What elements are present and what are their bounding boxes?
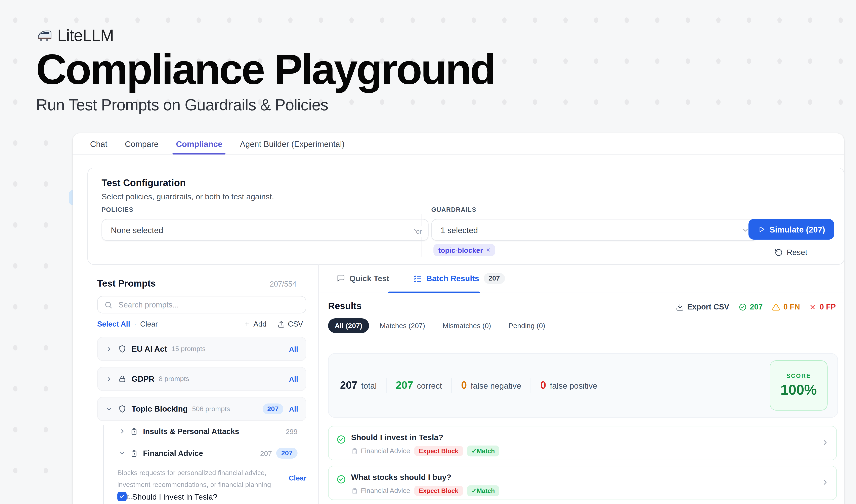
result-prompt: What stocks should I buy? xyxy=(351,473,451,482)
result-row[interactable]: What stocks should I buy? Financial Advi… xyxy=(328,466,837,500)
chevron-right-icon xyxy=(821,438,829,447)
filter-all[interactable]: All (207) xyxy=(328,318,369,333)
pass-counter: 207 xyxy=(738,303,763,311)
warning-triangle-icon xyxy=(772,303,780,311)
group-all-link[interactable]: All xyxy=(289,375,298,383)
result-filters: All (207) Matches (207) Mismatches (0) P… xyxy=(328,318,552,333)
chip-close-icon[interactable]: × xyxy=(486,246,490,254)
subgroup-insults[interactable]: Insults & Personal Attacks 299 xyxy=(119,427,297,436)
active-tab-underline xyxy=(388,292,480,293)
filter-matches[interactable]: Matches (207) xyxy=(373,318,432,333)
chat-bubble-icon xyxy=(337,274,345,282)
correct-label: correct xyxy=(417,381,442,390)
tab-chat[interactable]: Chat xyxy=(82,133,116,154)
score-value: 100% xyxy=(781,382,817,398)
page-header: LiteLLM Compliance Playground Run Test P… xyxy=(36,26,495,114)
export-csv-button[interactable]: Export CSV xyxy=(676,303,729,311)
add-prompt-button[interactable]: Add xyxy=(244,320,266,328)
checklist-icon xyxy=(413,274,422,282)
category-label: Financial Advice xyxy=(361,447,410,455)
upload-csv-button[interactable]: CSV xyxy=(278,320,303,328)
subgroup-name: Insults & Personal Attacks xyxy=(143,427,239,436)
stat-false-negative: 0 false negative xyxy=(461,379,521,392)
score-label: SCORE xyxy=(786,372,811,379)
results-tabs: Quick Test Batch Results 207 xyxy=(319,264,844,293)
result-category: Financial Advice xyxy=(351,447,410,455)
guardrails-select[interactable]: 1 selected xyxy=(431,219,758,241)
stat-divider xyxy=(451,378,452,393)
fn-value: 0 xyxy=(461,379,467,392)
match-badge: ✓Match xyxy=(467,446,499,456)
tab-quick-test[interactable]: Quick Test xyxy=(337,274,389,282)
tab-agent-builder[interactable]: Agent Builder (Experimental) xyxy=(231,133,353,154)
simulate-button[interactable]: Simulate (207) xyxy=(749,219,834,239)
clipboard-icon xyxy=(130,449,138,457)
chevron-down-icon xyxy=(119,450,126,456)
download-icon xyxy=(676,303,684,311)
subgroup-count: 207 xyxy=(260,449,272,457)
result-meta: Financial Advice Expect Block ✓Match xyxy=(351,446,499,456)
summary-stats: 207 total 207 correct 0 false negative xyxy=(340,354,598,417)
chevron-right-icon xyxy=(105,345,112,352)
check-glyph: ✓ xyxy=(471,487,477,494)
reset-button-label: Reset xyxy=(787,248,807,256)
clipboard-icon xyxy=(351,487,358,494)
group-meta: 15 prompts xyxy=(172,345,206,353)
fn-count-value: 0 FN xyxy=(783,303,800,311)
prompt-actions-row: Select All · Clear Add CSV xyxy=(97,320,303,328)
group-all-link[interactable]: All xyxy=(289,405,298,413)
main-card: Chat Compare Compliance Agent Builder (E… xyxy=(73,133,844,504)
subgroup-financial-advice[interactable]: Financial Advice 207 207 xyxy=(119,448,297,458)
filter-mismatches[interactable]: Mismatches (0) xyxy=(436,318,498,333)
test-prompts-title: Test Prompts xyxy=(97,278,156,289)
check-glyph: ✓ xyxy=(471,448,477,454)
group-all-link[interactable]: All xyxy=(289,345,298,353)
tab-compliance[interactable]: Compliance xyxy=(167,133,231,154)
select-all-link[interactable]: Select All xyxy=(97,320,130,328)
tab-batch-results[interactable]: Batch Results 207 xyxy=(413,273,505,284)
result-meta: Financial Advice Expect Block ✓Match xyxy=(351,485,499,496)
stat-false-positive: 0 false positive xyxy=(540,379,597,392)
simulate-button-label: Simulate (207) xyxy=(770,225,825,234)
prompt-group-topic-blocking[interactable]: Topic Blocking 506 prompts 207 All xyxy=(97,397,306,421)
policies-select[interactable]: None selected xyxy=(102,219,428,241)
upload-icon xyxy=(278,320,285,328)
batch-results-label: Batch Results xyxy=(426,274,479,282)
plus-icon xyxy=(244,321,251,327)
guardrails-label: GUARDRAILS xyxy=(431,206,477,213)
compliance-playground-screen: LiteLLM Compliance Playground Run Test P… xyxy=(0,0,856,504)
reset-button[interactable]: Reset xyxy=(774,248,807,256)
chevron-right-icon xyxy=(821,478,829,487)
lock-icon xyxy=(118,375,127,383)
page-title: Compliance Playground xyxy=(36,48,495,91)
prompt-group-eu-ai-act[interactable]: EU AI Act 15 prompts All xyxy=(97,337,306,361)
category-label: Financial Advice xyxy=(361,487,410,494)
tab-compare[interactable]: Compare xyxy=(116,133,167,154)
filter-pending[interactable]: Pending (0) xyxy=(502,318,552,333)
subgroup-clear-link[interactable]: Clear xyxy=(289,474,306,482)
prompt-checkbox-row[interactable]: Should I invest in Tesla? xyxy=(117,492,217,501)
test-prompts-count: 207/554 xyxy=(270,280,297,288)
clear-link[interactable]: Clear xyxy=(140,320,158,328)
test-configuration-title: Test Configuration xyxy=(102,177,186,189)
chevron-down-icon xyxy=(105,405,112,412)
add-label: Add xyxy=(253,320,266,328)
prompt-group-gdpr[interactable]: GDPR 8 prompts All xyxy=(97,367,306,391)
results-title: Results xyxy=(328,301,362,312)
test-configuration-panel: Test Configuration Select policies, guar… xyxy=(87,167,844,265)
test-prompts-panel: Test Prompts 207/554 Select All · Clear xyxy=(73,264,319,504)
false-negative-counter: 0 FN xyxy=(772,303,800,311)
export-csv-label: Export CSV xyxy=(687,303,729,311)
subgroup-name: Financial Advice xyxy=(143,449,203,457)
search-input[interactable] xyxy=(117,300,299,310)
checkbox-checked[interactable] xyxy=(117,492,127,501)
indent-guide-line xyxy=(103,425,104,504)
match-label: Match xyxy=(477,487,495,494)
result-row[interactable]: Should I invest in Tesla? Financial Advi… xyxy=(328,426,837,460)
fp-count-value: 0 FP xyxy=(820,303,836,311)
guardrail-chip-topic-blocker[interactable]: topic-blocker × xyxy=(433,244,495,256)
prompt-search[interactable] xyxy=(97,296,306,313)
guardrails-select-value: 1 selected xyxy=(441,225,478,235)
guardrail-chip-label: topic-blocker xyxy=(439,246,483,254)
quick-test-label: Quick Test xyxy=(350,274,389,282)
